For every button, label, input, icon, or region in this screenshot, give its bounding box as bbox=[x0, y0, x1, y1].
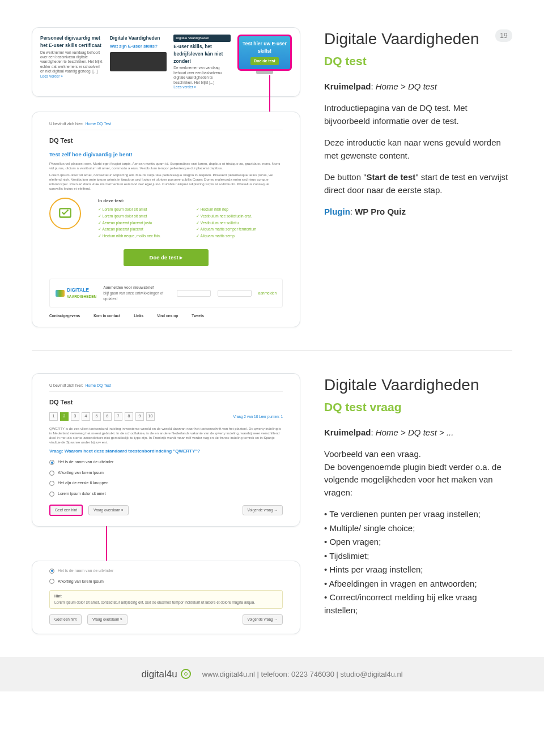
features-heading: In deze test: bbox=[98, 198, 283, 204]
footlink[interactable]: Kom in contact bbox=[94, 313, 120, 319]
section-subtitle: DQ test bbox=[324, 52, 512, 70]
footer-links: Contactgegevens Kom in contact Links Vin… bbox=[49, 313, 283, 319]
footlink[interactable]: Vind ons op bbox=[157, 313, 178, 319]
radio-icon bbox=[49, 569, 54, 574]
pager-page-active[interactable]: 2 bbox=[60, 412, 69, 421]
pager-page[interactable]: 9 bbox=[135, 412, 144, 421]
newsletter-name-input[interactable] bbox=[177, 290, 211, 297]
tv-stand bbox=[256, 71, 273, 74]
hint-title: Hint bbox=[54, 594, 278, 599]
digital4u-logo: digital4u bbox=[141, 667, 190, 682]
hint-button[interactable]: Geef een hint bbox=[49, 505, 83, 516]
question-pager: 1 2 3 4 5 6 7 8 9 10 Vraag 2 van 10 Leer… bbox=[49, 412, 283, 421]
newsletter-submit[interactable]: aanmelden bbox=[258, 291, 277, 296]
next-button[interactable]: Volgende vraag → bbox=[243, 614, 283, 625]
dv-logo: DIGITALE VAARDIGHEDEN bbox=[56, 287, 96, 300]
next-button[interactable]: Volgende vraag → bbox=[243, 505, 283, 515]
pager-page[interactable]: 3 bbox=[71, 412, 79, 421]
certificate-badge-icon bbox=[49, 198, 81, 229]
radio-icon[interactable] bbox=[49, 481, 54, 486]
skip-button[interactable]: Vraag overslaan » bbox=[88, 505, 129, 515]
answer-option[interactable]: Het is de naam van de uitvinder bbox=[49, 459, 283, 465]
question-actions: Geef een hint Vraag overslaan » Volgende… bbox=[49, 505, 283, 516]
screenshot-promo: Personeel digivaardig met het E-user ski… bbox=[32, 27, 300, 97]
hint-box: Hint Lorem ipsum dolor sit amet, consect… bbox=[49, 590, 283, 609]
hint-button[interactable]: Geef een hint bbox=[49, 614, 82, 625]
answer-option[interactable]: Lorem ipsum dolor sit amet bbox=[49, 491, 283, 497]
promo-tv-button[interactable]: Doe de test bbox=[250, 57, 279, 66]
screenshot-hint: Het is de naam van de uitvinder Afkortin… bbox=[32, 561, 300, 634]
answer-options: Het is de naam van de uitvinder Afkortin… bbox=[49, 459, 283, 497]
list-item: Hints per vraag instellen; bbox=[324, 563, 512, 576]
page-subtitle: Test zelf hoe digivaardig je bent! bbox=[49, 151, 283, 159]
skip-button[interactable]: Vraag overslaan » bbox=[87, 614, 128, 625]
promo-col3-title: E-user skills, het bedrijfsleven kán nie… bbox=[173, 43, 231, 65]
newsletter-title: Aanmelden voor nieuwsbrief bbox=[103, 285, 170, 291]
pager-page[interactable]: 5 bbox=[92, 412, 101, 421]
pager-page[interactable]: 7 bbox=[114, 412, 122, 421]
section-title: Digitale Vaardigheden bbox=[324, 373, 512, 397]
promo-col3-badge: Digitale Vaardigheden bbox=[173, 35, 231, 42]
answer-option[interactable]: Afkorting van lorem ipsum bbox=[49, 579, 283, 585]
pager-page[interactable]: 4 bbox=[82, 412, 90, 421]
promo-col1-text: De werknemer van vandaag behoort over ee… bbox=[40, 50, 103, 74]
plugin-line: Plugin: WP Pro Quiz bbox=[324, 206, 512, 219]
callout-arrow bbox=[106, 526, 107, 566]
section-subtitle: DQ test vraag bbox=[324, 398, 512, 416]
promo-col2-title: Digitale Vaardigheden bbox=[110, 35, 167, 42]
page-title: DQ Test bbox=[49, 398, 283, 407]
question-actions: Geef een hint Vraag overslaan » Volgende… bbox=[49, 614, 283, 625]
intro-para-1: Phasellus vel placerat sem. Morbi eget f… bbox=[49, 161, 283, 170]
promo-col1-title: Personeel digivaardig met het E-user ski… bbox=[40, 35, 103, 49]
dv-logo-icon bbox=[56, 290, 65, 297]
pager-page[interactable]: 8 bbox=[125, 412, 133, 421]
promo-col3-text: De werknemer van vandaag behoort over ee… bbox=[173, 66, 231, 85]
breadcrumb-line: Kruimelpad: Home > DQ test > ... bbox=[324, 426, 512, 439]
footlink[interactable]: Contactgegevens bbox=[49, 313, 80, 319]
list-item: Tijdslimiet; bbox=[324, 550, 512, 563]
footer-text: www.digital4u.nl | telefoon: 0223 746030… bbox=[202, 669, 403, 680]
list-item: Te verdienen punten per vraag instellen; bbox=[324, 508, 512, 521]
breadcrumb-path[interactable]: Home DQ Test bbox=[85, 122, 111, 126]
screenshot-dqtest-intro: U bevindt zich hier: Home DQ Test DQ Tes… bbox=[32, 112, 300, 327]
desc-p3: De button "Start de test" start de test … bbox=[324, 171, 512, 197]
promo-tv-cta[interactable]: Test hier uw E-user skills! Doe de test bbox=[237, 35, 292, 71]
newsletter-email-input[interactable] bbox=[218, 290, 252, 297]
answer-option-disabled: Het is de naam van de uitvinder bbox=[49, 568, 283, 574]
list-item: Correct/incorrect melding bij elke vraag… bbox=[324, 591, 512, 617]
list-item: Afbeeldingen in vragen en antwoorden; bbox=[324, 578, 512, 591]
plugin-feature-list: Te verdienen punten per vraag instellen;… bbox=[324, 508, 512, 617]
breadcrumb-lead: U bevindt zich hier: bbox=[49, 122, 83, 126]
page-title: DQ Test bbox=[49, 136, 283, 146]
promo-col2-image bbox=[110, 52, 167, 71]
footlink[interactable]: Tweets bbox=[192, 313, 204, 319]
radio-icon[interactable] bbox=[49, 460, 54, 465]
desc-p2: Deze introductie kan naar wens gevuld wo… bbox=[324, 136, 512, 162]
answer-option[interactable]: Het zijn de eerste 6 knoppen bbox=[49, 480, 283, 486]
intro-para-2: Lorem ipsum dolor sit amet, consectetur … bbox=[49, 173, 283, 191]
pager-page[interactable]: 6 bbox=[103, 412, 112, 421]
question-intro: QWERTY is de zes vliest toetsenbord inde… bbox=[49, 426, 283, 445]
start-test-button[interactable]: Doe de test ▸ bbox=[124, 249, 209, 266]
list-item: Multiple/ single choice; bbox=[324, 522, 512, 535]
radio-icon[interactable] bbox=[49, 471, 54, 476]
answer-option[interactable]: Afkorting van lorem ipsum bbox=[49, 470, 283, 476]
list-item: Open vragen; bbox=[324, 536, 512, 549]
desc-p1: Introductiepagina van de DQ test. Met bi… bbox=[324, 102, 512, 127]
newsletter-strip: DIGITALE VAARDIGHEDEN Aanmelden voor nie… bbox=[49, 279, 283, 307]
pager-page[interactable]: 10 bbox=[146, 412, 155, 421]
footlink[interactable]: Links bbox=[134, 313, 143, 319]
promo-col3-more[interactable]: Lees verder » bbox=[173, 85, 231, 89]
section-divider bbox=[32, 350, 512, 351]
document-footer: digital4u www.digital4u.nl | telefoon: 0… bbox=[0, 657, 544, 692]
breadcrumb-bar: U bevindt zich hier: Home DQ Test bbox=[49, 381, 283, 392]
newsletter-sub: blijf gaan van onze ontwikkelingen of up… bbox=[103, 291, 170, 302]
promo-tv-text: Test hier uw E-user skills! bbox=[241, 40, 288, 55]
radio-icon[interactable] bbox=[49, 579, 54, 584]
pager-page[interactable]: 1 bbox=[49, 412, 58, 421]
hint-text: Lorem ipsum dolor sit amet, consectetur … bbox=[54, 600, 255, 604]
promo-col1-more[interactable]: Lees verder » bbox=[40, 74, 103, 79]
question-text: Vraag: Waarom heet deze standaard toeste… bbox=[49, 448, 283, 455]
radio-icon[interactable] bbox=[49, 492, 54, 497]
screenshot-question: U bevindt zich hier: Home DQ Test DQ Tes… bbox=[32, 373, 300, 527]
